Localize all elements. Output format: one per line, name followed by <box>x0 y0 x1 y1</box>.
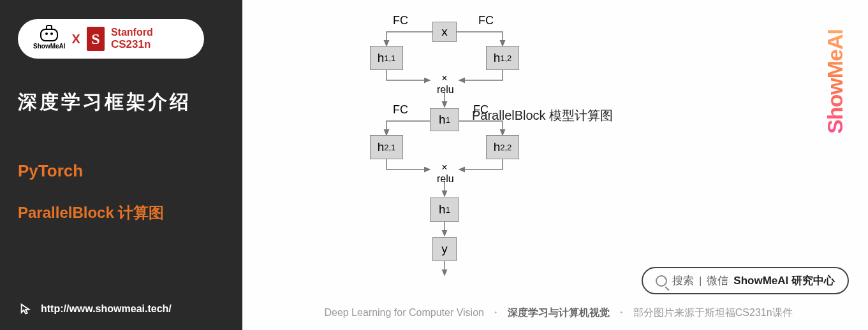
page-title: 深度学习框架介绍 <box>18 89 224 115</box>
footer-zh: 深度学习与计算机视觉 <box>508 307 610 318</box>
node-h22: h2,2 <box>486 135 519 159</box>
node-h11: h1,1 <box>370 46 403 70</box>
edge-label-fc1: FC <box>393 14 408 27</box>
diagram-edges <box>311 6 515 306</box>
search-pill[interactable]: 搜索 | 微信 ShowMeAI 研究中心 <box>642 267 849 294</box>
diagram-caption: ParallelBlock 模型计算图 <box>472 107 613 124</box>
robot-icon <box>40 29 58 41</box>
watermark-text: ShowMeAI <box>823 29 848 134</box>
subtitle-framework: PyTorch <box>18 161 224 181</box>
node-h12: h1,2 <box>486 46 519 70</box>
search-handle: ShowMeAI 研究中心 <box>733 273 835 288</box>
main-content: x h1,1 h1,2 ×relu h1 h2,1 h2,2 ×relu h1 … <box>242 0 868 330</box>
stanford-label: Stanford CS231n <box>111 27 153 51</box>
op-mult-1: ×relu <box>437 73 452 95</box>
node-h1: h1 <box>430 108 459 131</box>
search-icon <box>656 275 667 287</box>
footer-credit: 部分图片来源于斯坦福CS231n课件 <box>633 307 793 318</box>
showmeai-logo: ShowMeAI <box>33 29 66 50</box>
node-h1b: h1 <box>430 197 459 222</box>
search-prompt: 搜索 <box>672 273 694 288</box>
node-y: y <box>432 237 457 261</box>
footer-en: Deep Learning for Computer Vision <box>324 307 484 318</box>
stanford-s-icon: S <box>87 27 105 51</box>
node-x: x <box>432 22 457 42</box>
cursor-icon <box>19 302 33 316</box>
showmeai-name: ShowMeAI <box>33 43 66 50</box>
subtitle-topic: ParallelBlock 计算图 <box>18 203 224 223</box>
edge-label-fc2: FC <box>478 14 494 27</box>
site-url[interactable]: http://www.showmeai.tech/ <box>19 302 172 316</box>
sidebar: ShowMeAI X S Stanford CS231n 深度学习框架介绍 Py… <box>0 0 242 330</box>
footer: Deep Learning for Computer Vision ・ 深度学习… <box>268 306 849 320</box>
brand-separator-x: X <box>72 32 80 47</box>
search-platform: 微信 <box>707 273 728 288</box>
op-mult-2: ×relu <box>437 162 452 184</box>
node-h21: h2,1 <box>370 135 403 159</box>
edge-label-fc3: FC <box>393 103 408 117</box>
brand-card: ShowMeAI X S Stanford CS231n <box>18 19 204 59</box>
